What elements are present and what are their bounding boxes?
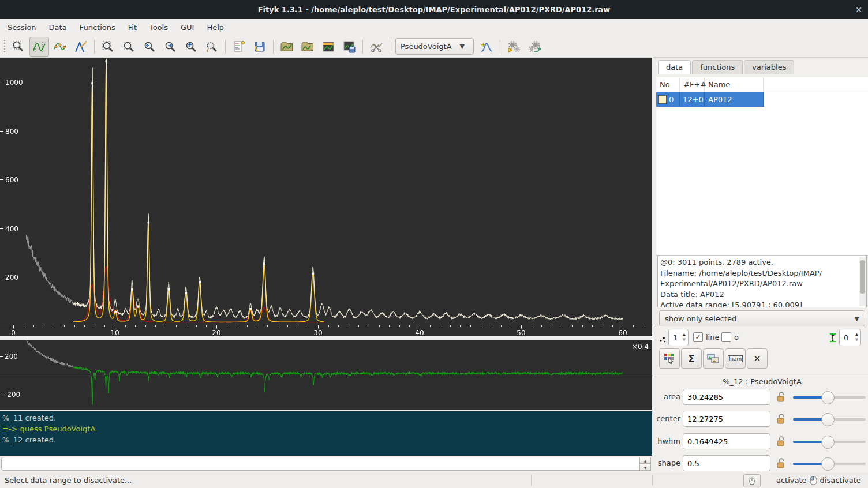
- slider-handle[interactable]: [821, 391, 835, 404]
- lock-icon[interactable]: [776, 414, 786, 426]
- zoom-select-icon[interactable]: [9, 37, 28, 57]
- toolbar-separator: [94, 40, 95, 54]
- line-checkbox-label: line: [706, 333, 719, 341]
- area-slider[interactable]: [793, 396, 866, 399]
- tab-variables[interactable]: variables: [744, 60, 794, 74]
- add-peak-mode-icon[interactable]: [71, 37, 91, 57]
- spin-down-icon[interactable]: ▼: [853, 337, 860, 343]
- close-window-icon[interactable]: ✕: [855, 0, 862, 19]
- load-data-icon[interactable]: [277, 37, 297, 57]
- data-transform-icon[interactable]: [366, 37, 386, 57]
- zoom-right-icon[interactable]: [160, 37, 180, 57]
- zoom-all-icon[interactable]: [98, 37, 118, 57]
- name-button[interactable]: Inam: [725, 348, 746, 369]
- activate-hint-label: activate: [776, 476, 807, 485]
- zoom-vertical-icon[interactable]: [119, 37, 139, 57]
- hwhm-field[interactable]: [683, 433, 770, 449]
- color-grid-icon: [664, 353, 675, 365]
- plot-style-button[interactable]: [659, 348, 680, 369]
- dataset-list[interactable]: No #F+# Name 0 12+0 AP012: [656, 77, 868, 256]
- point-size-icon: [659, 335, 667, 344]
- console-line-command: =-> guess PseudoVoigtA: [2, 423, 650, 434]
- save-session-icon[interactable]: [250, 37, 270, 57]
- point-size-spinner[interactable]: 1▲▼: [668, 329, 689, 346]
- mouse-icon: [748, 477, 756, 485]
- auto-add-icon[interactable]: +: [477, 37, 496, 57]
- center-slider[interactable]: [793, 418, 866, 421]
- slider-handle[interactable]: [821, 457, 835, 471]
- load-data-sum-icon[interactable]: [298, 37, 317, 57]
- toolbar-separator: [273, 40, 274, 54]
- vertical-splitter[interactable]: [652, 58, 656, 472]
- command-input[interactable]: [1, 457, 642, 471]
- console-line: %_12 created.: [2, 434, 650, 445]
- sigma-checkbox[interactable]: σ: [721, 332, 739, 342]
- column-header-functions: #F+#: [680, 77, 705, 92]
- command-history-spinner[interactable]: ▲▼: [639, 457, 651, 471]
- display-mode-dropdown[interactable]: show only selected ▼: [659, 310, 865, 326]
- zoom-up-icon[interactable]: [181, 37, 201, 57]
- param-label: area: [656, 392, 680, 401]
- function-type-dropdown[interactable]: PseudoVoigtA ▼: [395, 38, 474, 55]
- lock-icon[interactable]: [776, 392, 786, 404]
- point-size-value: 1: [669, 329, 680, 346]
- menu-session[interactable]: Session: [1, 19, 43, 36]
- dataset-row[interactable]: 0 12+0 AP012: [656, 92, 764, 107]
- checkbox-unchecked-icon[interactable]: [721, 332, 731, 342]
- dataset-checkbox[interactable]: [658, 95, 667, 104]
- save-data-icon[interactable]: [339, 37, 359, 57]
- sum-button[interactable]: Σ: [681, 348, 702, 369]
- menu-data[interactable]: Data: [43, 19, 73, 36]
- info-scrollbar[interactable]: [859, 257, 866, 306]
- data-shift-spinner[interactable]: 0▲▼: [839, 329, 861, 346]
- shape-field[interactable]: [683, 455, 770, 471]
- area-field[interactable]: [683, 389, 770, 405]
- spin-up-icon[interactable]: ▲: [853, 332, 860, 337]
- hwhm-slider[interactable]: [793, 441, 866, 443]
- selected-function-label: %_12 : PseudoVoigtA: [656, 377, 868, 386]
- display-mode-value: show only selected: [665, 314, 736, 323]
- zoom-history-icon[interactable]: [202, 37, 222, 57]
- scrollbar-thumb[interactable]: [860, 260, 865, 294]
- slider-handle[interactable]: [821, 413, 835, 426]
- edit-data-icon[interactable]: [319, 37, 338, 57]
- line-checkbox[interactable]: ✓line: [693, 332, 719, 342]
- center-field[interactable]: [683, 411, 770, 427]
- main-plot-canvas[interactable]: [0, 58, 652, 336]
- menu-gui[interactable]: GUI: [174, 19, 200, 36]
- zoom-left-icon[interactable]: [140, 37, 159, 57]
- undo-fit-icon[interactable]: [525, 37, 544, 57]
- dataset-info-box[interactable]: @0: 3011 points, 2789 active. Filename: …: [657, 256, 867, 307]
- range-mode-icon[interactable]: [29, 37, 49, 57]
- toolbar-separator: [362, 40, 363, 54]
- mouse-hint-button[interactable]: [743, 474, 761, 487]
- statusbar: Select data range to disactivate... acti…: [0, 472, 868, 488]
- menu-fit[interactable]: Fit: [122, 19, 143, 36]
- fityk-window: Fityk 1.3.1 - /home/aleplo/test/Desktop/…: [0, 0, 868, 488]
- shape-slider[interactable]: [793, 463, 866, 465]
- edit-script-icon[interactable]: [229, 37, 249, 57]
- menu-help[interactable]: Help: [200, 19, 230, 36]
- spin-down-icon[interactable]: ▼: [639, 464, 651, 471]
- output-console[interactable]: %_11 created. =-> guess PseudoVoigtA %_1…: [0, 411, 652, 456]
- residual-plot-canvas[interactable]: [0, 340, 652, 410]
- checkbox-checked-icon[interactable]: ✓: [693, 332, 703, 342]
- compare-button[interactable]: [703, 348, 724, 369]
- add-point-mode-icon[interactable]: [50, 37, 70, 57]
- spin-down-icon[interactable]: ▼: [680, 337, 688, 343]
- param-row-center: center: [656, 411, 868, 428]
- slider-handle[interactable]: [821, 436, 835, 449]
- lock-icon[interactable]: [776, 458, 786, 471]
- tab-data[interactable]: data: [658, 60, 691, 74]
- menu-functions[interactable]: Functions: [73, 19, 122, 36]
- menu-tools[interactable]: Tools: [143, 19, 174, 36]
- lock-icon[interactable]: [776, 436, 786, 449]
- delete-button[interactable]: ✕: [747, 348, 768, 369]
- run-fit-icon[interactable]: [504, 37, 523, 57]
- param-label: hwhm: [656, 437, 680, 445]
- info-line: @0: 3011 points, 2789 active.: [660, 257, 864, 268]
- spin-up-icon[interactable]: ▲: [639, 457, 651, 464]
- tab-functions[interactable]: functions: [692, 60, 743, 74]
- spin-up-icon[interactable]: ▲: [680, 332, 688, 337]
- status-separator: [652, 475, 653, 486]
